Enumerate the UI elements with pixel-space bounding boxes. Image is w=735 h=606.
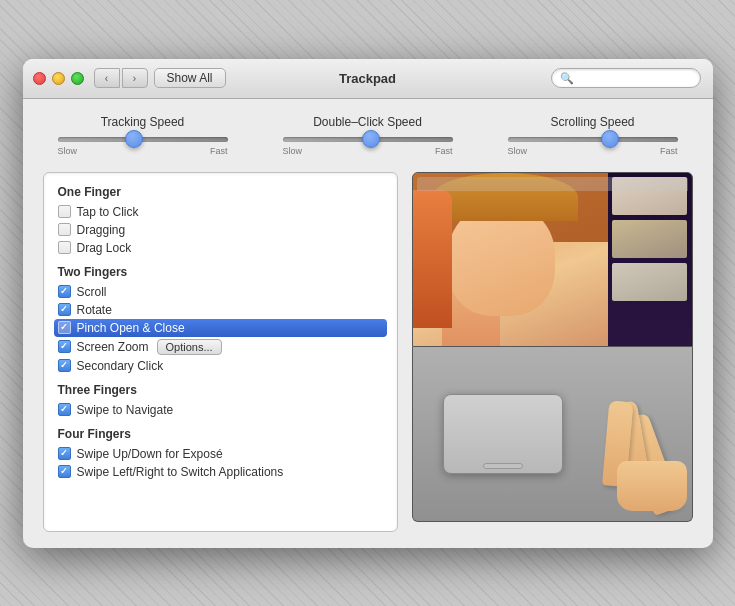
scrolling-speed-marks: Slow Fast: [508, 146, 678, 156]
drag-lock-checkbox[interactable]: [58, 241, 71, 254]
show-all-button[interactable]: Show All: [154, 68, 226, 88]
tracking-slow-label: Slow: [58, 146, 78, 156]
drag-lock-label: Drag Lock: [77, 241, 132, 255]
tracking-speed-slider-group: Tracking Speed Slow Fast: [43, 115, 243, 156]
trackpad-device: [443, 394, 563, 474]
options-button[interactable]: Options...: [157, 339, 222, 355]
preview-panel: [412, 172, 693, 532]
swipe-up-down-expose-checkbox[interactable]: [58, 447, 71, 460]
nav-buttons: ‹ ›: [94, 68, 148, 88]
drag-lock-row: Drag Lock: [58, 239, 383, 257]
tracking-speed-label: Tracking Speed: [101, 115, 185, 129]
secondary-click-checkbox[interactable]: [58, 359, 71, 372]
photo-collage: [413, 173, 692, 346]
double-click-speed-label: Double–Click Speed: [313, 115, 422, 129]
tap-to-click-row: Tap to Click: [58, 203, 383, 221]
double-click-speed-thumb[interactable]: [362, 130, 380, 148]
rotate-checkbox[interactable]: [58, 303, 71, 316]
four-fingers-header: Four Fingers: [58, 427, 383, 441]
one-finger-header: One Finger: [58, 185, 383, 199]
minimize-button[interactable]: [52, 72, 65, 85]
main-section: One Finger Tap to Click Dragging Drag Lo…: [43, 172, 693, 532]
rotate-label: Rotate: [77, 303, 112, 317]
pinch-open-close-checkbox[interactable]: [58, 321, 71, 334]
secondary-click-row: Secondary Click: [58, 357, 383, 375]
swipe-to-navigate-checkbox[interactable]: [58, 403, 71, 416]
double-click-slow-label: Slow: [283, 146, 303, 156]
trackpad-scene: [413, 347, 692, 521]
sliders-row: Tracking Speed Slow Fast Double–Click Sp…: [43, 115, 693, 156]
scroll-checkbox[interactable]: [58, 285, 71, 298]
swipe-up-down-expose-row: Swipe Up/Down for Exposé: [58, 445, 383, 463]
tracking-fast-label: Fast: [210, 146, 228, 156]
three-fingers-header: Three Fingers: [58, 383, 383, 397]
swipe-left-right-switch-label: Swipe Left/Right to Switch Applications: [77, 465, 284, 479]
screen-zoom-label: Screen Zoom: [77, 340, 149, 354]
tracking-speed-marks: Slow Fast: [58, 146, 228, 156]
options-panel: One Finger Tap to Click Dragging Drag Lo…: [43, 172, 398, 532]
dragging-label: Dragging: [77, 223, 126, 237]
close-button[interactable]: [33, 72, 46, 85]
search-icon: 🔍: [560, 72, 574, 85]
screen-zoom-checkbox[interactable]: [58, 340, 71, 353]
swipe-left-right-switch-checkbox[interactable]: [58, 465, 71, 478]
traffic-lights: [33, 72, 84, 85]
tap-to-click-checkbox[interactable]: [58, 205, 71, 218]
swipe-left-right-switch-row: Swipe Left/Right to Switch Applications: [58, 463, 383, 481]
swipe-to-navigate-label: Swipe to Navigate: [77, 403, 174, 417]
secondary-click-label: Secondary Click: [77, 359, 164, 373]
photo-sidebar: [608, 173, 692, 346]
swipe-to-navigate-row: Swipe to Navigate: [58, 401, 383, 419]
tracking-speed-track[interactable]: [58, 137, 228, 142]
scroll-label: Scroll: [77, 285, 107, 299]
scrolling-speed-track[interactable]: [508, 137, 678, 142]
swipe-up-down-expose-label: Swipe Up/Down for Exposé: [77, 447, 223, 461]
rotate-row: Rotate: [58, 301, 383, 319]
back-button[interactable]: ‹: [94, 68, 120, 88]
forward-button[interactable]: ›: [122, 68, 148, 88]
window-title: Trackpad: [339, 71, 396, 86]
scrolling-speed-slider-group: Scrolling Speed Slow Fast: [493, 115, 693, 156]
two-fingers-header: Two Fingers: [58, 265, 383, 279]
scroll-row: Scroll: [58, 283, 383, 301]
double-click-speed-slider-group: Double–Click Speed Slow Fast: [268, 115, 468, 156]
hand-fingers: [592, 371, 682, 511]
tap-to-click-label: Tap to Click: [77, 205, 139, 219]
titlebar: ‹ › Show All Trackpad 🔍: [23, 59, 713, 99]
preview-image-bottom: [412, 347, 693, 522]
preview-image-top: [412, 172, 693, 347]
pinch-open-close-label: Pinch Open & Close: [77, 321, 185, 335]
content-area: Tracking Speed Slow Fast Double–Click Sp…: [23, 99, 713, 548]
scrolling-fast-label: Fast: [660, 146, 678, 156]
search-box: 🔍: [551, 68, 701, 88]
tracking-speed-thumb[interactable]: [125, 130, 143, 148]
double-click-fast-label: Fast: [435, 146, 453, 156]
dragging-checkbox[interactable]: [58, 223, 71, 236]
maximize-button[interactable]: [71, 72, 84, 85]
scrolling-speed-thumb[interactable]: [601, 130, 619, 148]
double-click-speed-track[interactable]: [283, 137, 453, 142]
photo-main: [413, 173, 608, 346]
dragging-row: Dragging: [58, 221, 383, 239]
search-input[interactable]: [578, 71, 692, 85]
screen-zoom-row: Screen Zoom Options...: [58, 337, 383, 357]
scrolling-speed-label: Scrolling Speed: [550, 115, 634, 129]
scrolling-slow-label: Slow: [508, 146, 528, 156]
pinch-open-close-row[interactable]: Pinch Open & Close: [54, 319, 387, 337]
main-window: ‹ › Show All Trackpad 🔍 Tracking Speed S…: [23, 59, 713, 548]
